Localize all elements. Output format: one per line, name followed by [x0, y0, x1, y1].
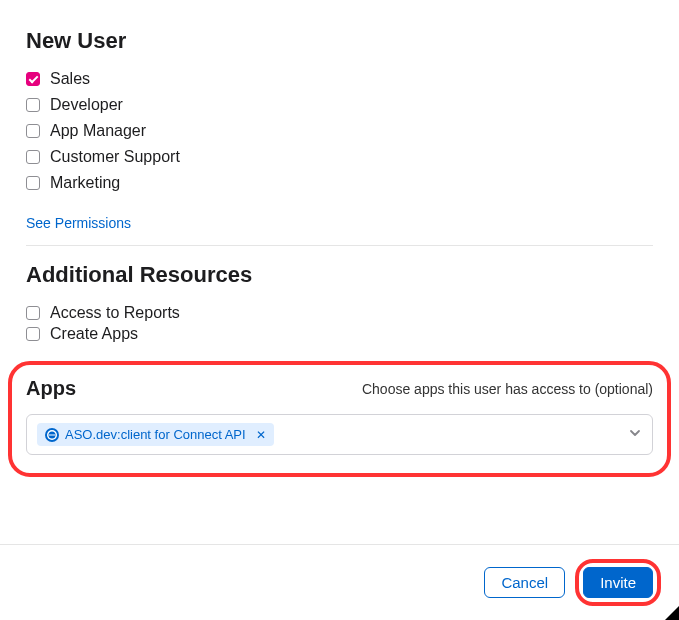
role-row: App Manager	[26, 122, 653, 140]
role-label: Developer	[50, 96, 123, 114]
app-tag: ASO.dev:client for Connect API ✕	[37, 423, 274, 446]
role-checkbox-developer[interactable]	[26, 98, 40, 112]
see-permissions-link[interactable]: See Permissions	[26, 215, 131, 231]
role-label: App Manager	[50, 122, 146, 140]
resource-label: Access to Reports	[50, 304, 180, 322]
cancel-button[interactable]: Cancel	[484, 567, 565, 598]
remove-tag-icon[interactable]: ✕	[252, 428, 266, 442]
role-row: Customer Support	[26, 148, 653, 166]
role-checkbox-app-manager[interactable]	[26, 124, 40, 138]
invite-highlight: Invite	[575, 559, 661, 606]
footer: Cancel Invite	[0, 544, 679, 620]
role-checkbox-sales[interactable]	[26, 72, 40, 86]
role-row: Sales	[26, 70, 653, 88]
resources-list: Access to Reports Create Apps	[26, 304, 653, 343]
resource-row: Create Apps	[26, 325, 653, 343]
page-title: New User	[26, 28, 653, 54]
role-checkbox-marketing[interactable]	[26, 176, 40, 190]
resource-checkbox-reports[interactable]	[26, 306, 40, 320]
apps-highlight-box: Apps Choose apps this user has access to…	[8, 361, 671, 477]
resources-title: Additional Resources	[26, 262, 653, 288]
role-row: Developer	[26, 96, 653, 114]
role-label: Marketing	[50, 174, 120, 192]
role-label: Customer Support	[50, 148, 180, 166]
roles-list: Sales Developer App Manager Customer Sup…	[26, 70, 653, 192]
chevron-down-icon	[628, 426, 642, 444]
app-icon	[45, 428, 59, 442]
apps-select[interactable]: ASO.dev:client for Connect API ✕	[26, 414, 653, 455]
apps-hint: Choose apps this user has access to (opt…	[362, 381, 653, 397]
divider	[26, 245, 653, 246]
app-tag-label: ASO.dev:client for Connect API	[65, 427, 246, 442]
resource-row: Access to Reports	[26, 304, 653, 322]
role-checkbox-customer-support[interactable]	[26, 150, 40, 164]
apps-header: Apps Choose apps this user has access to…	[26, 377, 653, 400]
role-row: Marketing	[26, 174, 653, 192]
resource-label: Create Apps	[50, 325, 138, 343]
resize-handle-icon[interactable]	[665, 606, 679, 620]
invite-button[interactable]: Invite	[583, 567, 653, 598]
resource-checkbox-create-apps[interactable]	[26, 327, 40, 341]
apps-title: Apps	[26, 377, 76, 400]
role-label: Sales	[50, 70, 90, 88]
svg-rect-2	[49, 434, 55, 435]
